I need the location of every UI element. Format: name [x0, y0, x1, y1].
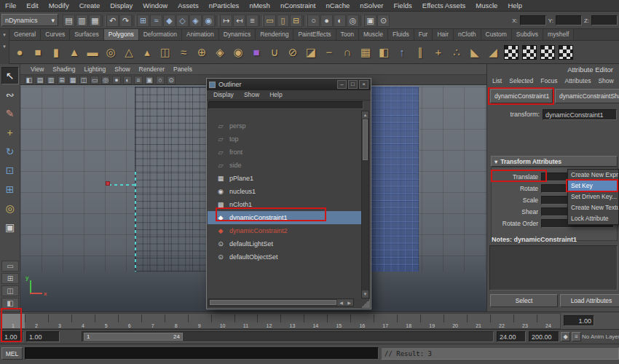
attribute-editor-menu-item[interactable]: Focus — [537, 76, 561, 86]
snap-curve-icon[interactable]: ≈ — [150, 15, 162, 27]
scene-save-icon[interactable]: ▦ — [89, 15, 101, 27]
outliner-item-front[interactable]: ▱ front — [208, 146, 363, 159]
shelf-tab[interactable]: Curves — [41, 29, 70, 40]
select-button[interactable]: Select — [490, 294, 558, 307]
selection-mask-hierarchy-icon[interactable]: ○ — [307, 15, 320, 27]
poly-extrude-icon[interactable]: ↑ — [393, 43, 411, 62]
scroll-right-arrow-icon[interactable]: ▶ — [345, 299, 353, 306]
sculpt-geometry-icon[interactable]: ◉ — [229, 43, 247, 62]
transform-attributes-section-header[interactable]: ▾ Transform Attributes — [491, 156, 618, 167]
frame-tick[interactable]: 7 — [141, 314, 165, 328]
grid-toggle-icon[interactable]: ⊞ — [58, 76, 66, 84]
separator[interactable] — [133, 15, 136, 26]
context-menu-item[interactable]: Create New Textu — [568, 202, 618, 213]
window-resize-grip[interactable] — [361, 299, 370, 308]
poly-extract-icon[interactable]: ◪ — [302, 43, 320, 62]
rotate-tool[interactable]: ↻ — [1, 143, 19, 160]
poly-soccerball-icon[interactable]: ⊕ — [193, 43, 210, 62]
shelf-tab[interactable]: Fluids — [388, 29, 414, 40]
render-current-frame-icon[interactable]: ▭ — [264, 15, 276, 27]
shelf-tab[interactable]: Polygons — [104, 29, 139, 40]
shelf-tab[interactable]: Muscle — [359, 29, 388, 40]
poly-cube-icon[interactable]: ■ — [29, 43, 47, 62]
layout-single-pane-button[interactable]: ▭ — [1, 261, 19, 272]
lasso-select-tool[interactable]: ∾ — [1, 86, 19, 103]
snap-plane-icon[interactable]: ◇ — [176, 15, 189, 27]
maximize-button[interactable]: □ — [348, 80, 358, 89]
separator[interactable] — [360, 15, 363, 26]
frame-tick[interactable]: 16 — [350, 314, 374, 328]
layout-two-pane-button[interactable]: ◫ — [1, 285, 19, 296]
scene-open-icon[interactable]: ▥ — [76, 15, 88, 27]
safe-action-icon[interactable]: ◎ — [101, 76, 110, 84]
select-camera-icon[interactable]: ◧ — [25, 76, 33, 84]
viewport-menu-item[interactable]: Renderer — [135, 64, 169, 74]
frame-tick[interactable]: 11 — [234, 314, 258, 328]
lights-toggle-icon[interactable]: ○ — [156, 76, 165, 84]
context-menu-item[interactable]: Set Driven Key... — [568, 191, 618, 202]
shelf-tab[interactable]: Custom — [481, 29, 512, 40]
poly-boolean-intersect-icon[interactable]: ∩ — [339, 43, 356, 62]
outliner-item-ncloth1[interactable]: ▩ nCloth1 — [208, 198, 363, 211]
current-time-field[interactable]: 1.00 — [564, 315, 594, 326]
poly-sphere-icon[interactable]: ● — [11, 43, 28, 62]
poly-combine-icon[interactable]: ∪ — [266, 43, 283, 62]
mel-toggle-button[interactable]: MEL — [1, 347, 23, 360]
frame-tick[interactable]: 10 — [211, 314, 234, 328]
poly-prism-icon[interactable]: △ — [120, 43, 138, 62]
undo-icon[interactable]: ↶ — [106, 15, 119, 27]
shelf-tab[interactable]: Hair — [433, 29, 454, 40]
frame-tick[interactable]: 18 — [397, 314, 420, 328]
shelf-item-menu-button[interactable]: ▾ — [3, 44, 6, 50]
texture-checker-icon[interactable] — [504, 45, 519, 60]
transform-name-field[interactable]: dynamicConstraint1 — [543, 109, 617, 120]
frame-tick[interactable]: 15 — [327, 314, 350, 328]
outliner-menu-item[interactable]: Show — [239, 90, 264, 100]
menu-item[interactable]: nConstraint — [275, 0, 321, 11]
frame-tick[interactable]: 21 — [467, 314, 490, 328]
scroll-up-arrow-icon[interactable]: ▲ — [362, 111, 368, 119]
gate-mask-icon[interactable]: ▭ — [90, 76, 99, 84]
universal-manipulator-tool[interactable]: ⊞ — [1, 181, 19, 198]
move-tool[interactable]: + — [1, 124, 19, 141]
soft-modification-tool[interactable]: ◎ — [1, 199, 19, 217]
outliner-vertical-scrollbar[interactable]: ▲ ▼ — [361, 111, 369, 298]
viewport-menu-item[interactable]: Panels — [169, 64, 197, 74]
frame-tick[interactable]: 9 — [188, 314, 211, 328]
poly-crease-icon[interactable]: ◢ — [484, 43, 502, 62]
frame-tick[interactable]: 5 — [95, 314, 118, 328]
frame-tick[interactable]: 2 — [25, 314, 48, 328]
separator[interactable] — [259, 15, 263, 26]
outliner-item-defaultobjectset[interactable]: ⊙ defaultObjectSet — [208, 250, 363, 264]
frame-tick[interactable]: 6 — [118, 314, 141, 328]
shaded-mode-icon[interactable]: ● — [112, 76, 121, 84]
frame-tick[interactable]: 12 — [257, 314, 280, 328]
frame-tick[interactable]: 8 — [165, 314, 188, 328]
layout-four-pane-button[interactable]: ⊞ — [1, 273, 19, 284]
last-tool-used[interactable]: ▣ — [1, 218, 19, 236]
menu-item[interactable]: nMesh — [244, 0, 275, 11]
menu-item[interactable]: Create — [74, 0, 106, 11]
lock-selection-icon[interactable]: ▣ — [364, 15, 376, 27]
separator[interactable] — [216, 15, 219, 26]
poly-pipe-icon[interactable]: ◫ — [157, 43, 174, 62]
attribute-editor-menu-item[interactable]: Show — [594, 76, 617, 86]
menu-item[interactable]: Display — [105, 0, 138, 11]
poly-cone-icon[interactable]: ▲ — [66, 43, 83, 62]
camera-attributes-icon[interactable]: ▥ — [47, 76, 55, 84]
outliner-item-pplane1[interactable]: ▦ pPlane1 — [208, 172, 363, 185]
mel-command-input[interactable] — [25, 347, 379, 360]
outliner-filter-field[interactable] — [208, 101, 363, 109]
poly-cylinder-icon[interactable]: ▮ — [47, 43, 65, 62]
menu-item[interactable]: Effects Assets — [417, 0, 471, 11]
texture-checker-icon[interactable] — [522, 45, 537, 60]
separator[interactable] — [303, 15, 307, 26]
quick-select-icon[interactable]: ⊙ — [377, 15, 390, 27]
context-menu-item[interactable]: Set Key — [568, 181, 618, 191]
y-coordinate-field[interactable] — [556, 15, 582, 25]
highlight-selection-icon[interactable]: ◎ — [347, 15, 359, 27]
poly-append-icon[interactable]: + — [430, 43, 447, 62]
outliner-menu-item[interactable]: Display — [208, 90, 239, 100]
shelf-tab[interactable]: Toon — [336, 29, 359, 40]
input-connections-icon[interactable]: ↦ — [220, 15, 232, 27]
